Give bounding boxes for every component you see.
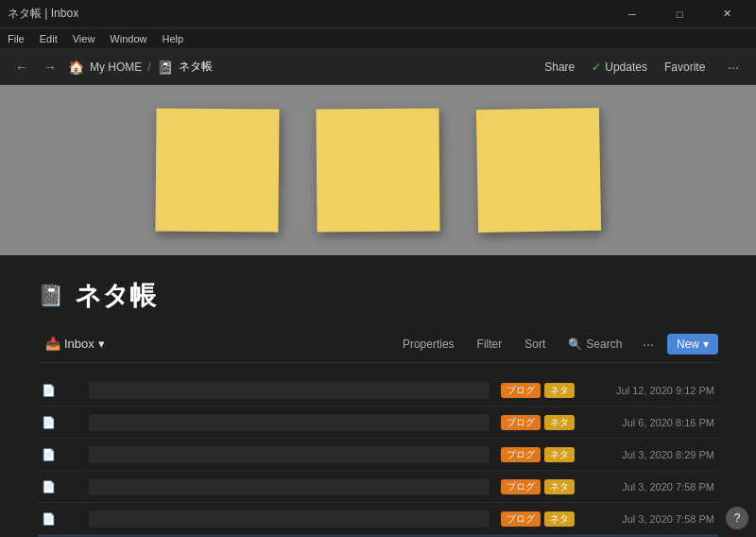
tag-neta[interactable]: ネタ <box>544 415 575 430</box>
file-name <box>89 414 490 431</box>
file-icon: 📄 <box>42 480 56 494</box>
breadcrumb-home[interactable]: My HOME <box>90 61 142 74</box>
inbox-icon: 📥 <box>45 337 60 351</box>
search-label: Search <box>586 338 622 351</box>
new-chevron: ▾ <box>703 338 709 351</box>
tag-blog[interactable]: ブログ <box>501 383 541 398</box>
new-label: New <box>677 338 699 351</box>
tags-area: ブログ ネタ <box>501 479 575 494</box>
new-button[interactable]: New ▾ <box>667 334 718 355</box>
tag-neta[interactable]: ネタ <box>544 511 575 527</box>
inbox-label: Inbox <box>64 337 94 351</box>
row-icons: 📄 <box>42 416 89 429</box>
page-title: ネタ帳 <box>75 278 156 314</box>
table-row[interactable]: 📄 ブログ ネタ Jul 3, 2020 8:29 PM <box>38 439 718 471</box>
navbar: ← → 🏠 My HOME / 📓 ネタ帳 Share ✓ Updates Fa… <box>0 49 756 85</box>
updates-label: Updates <box>605 61 647 74</box>
timestamp: Jul 12, 2020 9:12 PM <box>582 385 714 396</box>
filter-button[interactable]: Filter <box>470 335 510 354</box>
share-button[interactable]: Share <box>539 58 580 77</box>
search-icon: 🔍 <box>568 338 582 351</box>
updates-button[interactable]: ✓ Updates <box>592 61 647 74</box>
search-area[interactable]: 🔍 Search <box>560 335 629 354</box>
favorite-button[interactable]: Favorite <box>659 58 711 77</box>
menu-edit[interactable]: Edit <box>40 33 58 44</box>
page-title-row: 📓 ネタ帳 <box>38 278 718 314</box>
row-icons: 📄 <box>42 448 89 461</box>
more-actions-button[interactable]: ··· <box>722 57 745 78</box>
tags-area: ブログ ネタ <box>501 447 575 462</box>
row-icons: 📄 <box>42 384 89 397</box>
sticky-note-3 <box>476 108 601 233</box>
menu-help[interactable]: Help <box>162 33 183 44</box>
file-icon: 📄 <box>42 512 56 526</box>
table-row[interactable]: 📄 ブログ ネタ Jul 3, 2020 7:58 PM <box>38 503 718 535</box>
breadcrumb: 🏠 My HOME / 📓 ネタ帳 <box>68 59 531 75</box>
home-icon: 🏠 <box>68 60 84 75</box>
inbox-chevron: ▾ <box>98 337 105 351</box>
timestamp: Jul 6, 2020 8:16 PM <box>582 417 714 428</box>
file-icon: 📄 <box>42 416 56 429</box>
navbar-actions: Share ✓ Updates Favorite ··· <box>539 57 745 78</box>
row-icons: 📄 <box>42 480 89 494</box>
row-icons: 📄 <box>42 512 89 526</box>
timestamp: Jul 3, 2020 7:58 PM <box>582 513 714 525</box>
breadcrumb-sep-1: / <box>147 61 150 74</box>
tags-area: ブログ ネタ <box>501 511 575 527</box>
window-controls: ─ □ ✕ <box>610 0 748 28</box>
sticky-note-1 <box>155 108 279 232</box>
timestamp: Jul 3, 2020 8:29 PM <box>582 449 714 460</box>
tag-blog[interactable]: ブログ <box>501 447 541 462</box>
tag-neta[interactable]: ネタ <box>544 479 575 494</box>
page-title-icon: 📓 <box>38 284 63 308</box>
inbox-button[interactable]: 📥 Inbox ▾ <box>38 333 112 355</box>
hero-image <box>0 85 756 255</box>
menu-view[interactable]: View <box>73 33 95 44</box>
menu-file[interactable]: File <box>8 33 25 44</box>
table-row[interactable]: 📄 ブログ ネタ Jul 6, 2020 8:16 PM <box>38 407 718 439</box>
file-icon: 📄 <box>42 448 56 461</box>
page-content: 📓 ネタ帳 📥 Inbox ▾ Properties Filter Sort 🔍… <box>0 255 756 537</box>
maximize-button[interactable]: □ <box>658 0 701 28</box>
window-titlebar: ネタ帳 | Inbox ─ □ ✕ <box>0 0 756 28</box>
tag-blog[interactable]: ブログ <box>501 415 541 430</box>
file-name <box>89 478 490 495</box>
menu-window[interactable]: Window <box>110 33 146 44</box>
check-icon: ✓ <box>592 61 601 74</box>
window-title: ネタ帳 | Inbox <box>8 6 78 22</box>
timestamp: Jul 3, 2020 7:58 PM <box>582 481 714 493</box>
properties-button[interactable]: Properties <box>395 335 462 354</box>
table-row[interactable]: 📄 ブログ ネタ Jul 3, 2020 7:58 PM <box>38 471 718 503</box>
content-wrapper: 📓 ネタ帳 📥 Inbox ▾ Properties Filter Sort 🔍… <box>0 255 756 537</box>
tag-neta[interactable]: ネタ <box>544 383 575 398</box>
file-name <box>89 446 490 463</box>
close-button[interactable]: ✕ <box>705 0 748 28</box>
minimize-button[interactable]: ─ <box>610 0 654 28</box>
forward-button[interactable]: → <box>40 56 60 78</box>
more-toolbar-button[interactable]: ··· <box>637 334 660 355</box>
sticky-note-2 <box>316 108 439 232</box>
file-name <box>89 382 490 399</box>
notebook-icon: 📓 <box>157 60 173 75</box>
breadcrumb-current: ネタ帳 <box>179 59 213 75</box>
sort-button[interactable]: Sort <box>517 335 553 354</box>
menubar: File Edit View Window Help <box>0 28 756 49</box>
tags-area: ブログ ネタ <box>501 415 575 430</box>
tag-blog[interactable]: ブログ <box>501 511 541 527</box>
toolbar-row: 📥 Inbox ▾ Properties Filter Sort 🔍 Searc… <box>38 333 718 363</box>
file-icon: 📄 <box>42 384 56 397</box>
table-row[interactable]: 📄 ブログ ネタ Jul 12, 2020 9:12 PM <box>38 374 718 407</box>
tags-area: ブログ ネタ <box>501 383 575 398</box>
tag-neta[interactable]: ネタ <box>544 447 575 462</box>
file-list: 📄 ブログ ネタ Jul 12, 2020 9:12 PM 📄 ブログ ネタ <box>38 374 718 537</box>
file-name <box>89 511 490 528</box>
tag-blog[interactable]: ブログ <box>501 479 541 494</box>
back-button[interactable]: ← <box>11 56 32 78</box>
help-button[interactable]: ? <box>726 507 748 529</box>
